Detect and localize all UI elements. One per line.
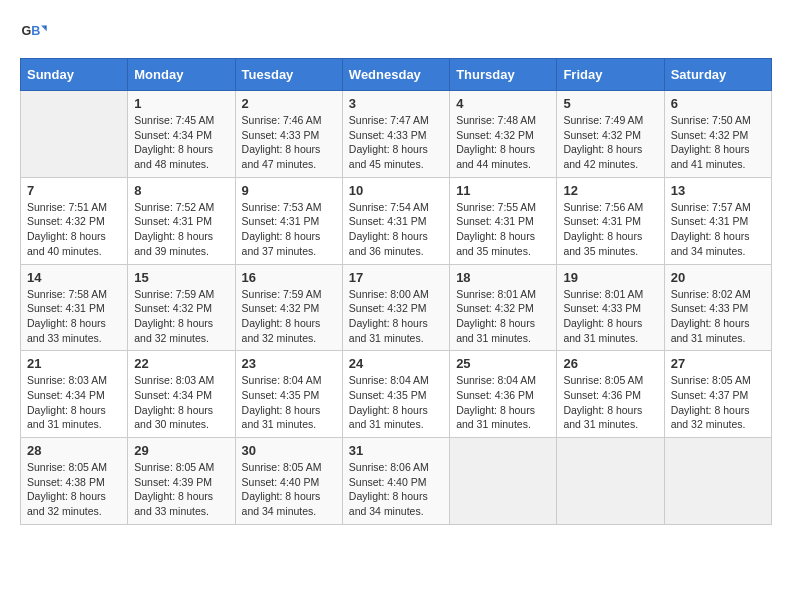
day-number: 5 (563, 96, 657, 111)
calendar-cell: 16Sunrise: 7:59 AM Sunset: 4:32 PM Dayli… (235, 264, 342, 351)
calendar-week-row: 1Sunrise: 7:45 AM Sunset: 4:34 PM Daylig… (21, 91, 772, 178)
calendar-week-row: 21Sunrise: 8:03 AM Sunset: 4:34 PM Dayli… (21, 351, 772, 438)
day-info: Sunrise: 7:46 AM Sunset: 4:33 PM Dayligh… (242, 113, 336, 172)
day-number: 1 (134, 96, 228, 111)
day-number: 4 (456, 96, 550, 111)
day-info: Sunrise: 8:00 AM Sunset: 4:32 PM Dayligh… (349, 287, 443, 346)
calendar-cell: 11Sunrise: 7:55 AM Sunset: 4:31 PM Dayli… (450, 177, 557, 264)
day-info: Sunrise: 7:55 AM Sunset: 4:31 PM Dayligh… (456, 200, 550, 259)
day-info: Sunrise: 8:05 AM Sunset: 4:38 PM Dayligh… (27, 460, 121, 519)
calendar-cell (450, 438, 557, 525)
calendar-cell: 28Sunrise: 8:05 AM Sunset: 4:38 PM Dayli… (21, 438, 128, 525)
day-number: 24 (349, 356, 443, 371)
calendar-week-row: 14Sunrise: 7:58 AM Sunset: 4:31 PM Dayli… (21, 264, 772, 351)
svg-text:B: B (31, 24, 40, 38)
day-number: 27 (671, 356, 765, 371)
calendar-cell: 19Sunrise: 8:01 AM Sunset: 4:33 PM Dayli… (557, 264, 664, 351)
day-info: Sunrise: 7:58 AM Sunset: 4:31 PM Dayligh… (27, 287, 121, 346)
day-info: Sunrise: 7:57 AM Sunset: 4:31 PM Dayligh… (671, 200, 765, 259)
svg-text:G: G (21, 24, 31, 38)
day-number: 30 (242, 443, 336, 458)
day-number: 16 (242, 270, 336, 285)
calendar-header-thursday: Thursday (450, 59, 557, 91)
day-info: Sunrise: 8:04 AM Sunset: 4:35 PM Dayligh… (349, 373, 443, 432)
day-info: Sunrise: 8:05 AM Sunset: 4:40 PM Dayligh… (242, 460, 336, 519)
calendar-cell: 23Sunrise: 8:04 AM Sunset: 4:35 PM Dayli… (235, 351, 342, 438)
day-info: Sunrise: 7:48 AM Sunset: 4:32 PM Dayligh… (456, 113, 550, 172)
calendar-cell: 15Sunrise: 7:59 AM Sunset: 4:32 PM Dayli… (128, 264, 235, 351)
calendar-cell: 4Sunrise: 7:48 AM Sunset: 4:32 PM Daylig… (450, 91, 557, 178)
day-info: Sunrise: 7:52 AM Sunset: 4:31 PM Dayligh… (134, 200, 228, 259)
day-number: 20 (671, 270, 765, 285)
calendar-header-friday: Friday (557, 59, 664, 91)
day-number: 25 (456, 356, 550, 371)
day-info: Sunrise: 8:05 AM Sunset: 4:36 PM Dayligh… (563, 373, 657, 432)
calendar-cell: 30Sunrise: 8:05 AM Sunset: 4:40 PM Dayli… (235, 438, 342, 525)
calendar-header-wednesday: Wednesday (342, 59, 449, 91)
page-header: G B (20, 20, 772, 48)
day-number: 9 (242, 183, 336, 198)
calendar-header-row: SundayMondayTuesdayWednesdayThursdayFrid… (21, 59, 772, 91)
day-number: 14 (27, 270, 121, 285)
day-number: 15 (134, 270, 228, 285)
calendar-cell: 6Sunrise: 7:50 AM Sunset: 4:32 PM Daylig… (664, 91, 771, 178)
calendar-cell: 29Sunrise: 8:05 AM Sunset: 4:39 PM Dayli… (128, 438, 235, 525)
calendar-cell: 24Sunrise: 8:04 AM Sunset: 4:35 PM Dayli… (342, 351, 449, 438)
calendar-cell: 12Sunrise: 7:56 AM Sunset: 4:31 PM Dayli… (557, 177, 664, 264)
day-info: Sunrise: 8:02 AM Sunset: 4:33 PM Dayligh… (671, 287, 765, 346)
calendar-cell: 10Sunrise: 7:54 AM Sunset: 4:31 PM Dayli… (342, 177, 449, 264)
calendar-cell: 18Sunrise: 8:01 AM Sunset: 4:32 PM Dayli… (450, 264, 557, 351)
day-number: 22 (134, 356, 228, 371)
calendar-cell (557, 438, 664, 525)
day-info: Sunrise: 8:03 AM Sunset: 4:34 PM Dayligh… (134, 373, 228, 432)
day-number: 28 (27, 443, 121, 458)
calendar-cell: 5Sunrise: 7:49 AM Sunset: 4:32 PM Daylig… (557, 91, 664, 178)
day-number: 29 (134, 443, 228, 458)
day-info: Sunrise: 7:56 AM Sunset: 4:31 PM Dayligh… (563, 200, 657, 259)
calendar-cell: 3Sunrise: 7:47 AM Sunset: 4:33 PM Daylig… (342, 91, 449, 178)
logo-icon: G B (20, 20, 48, 48)
calendar-cell: 25Sunrise: 8:04 AM Sunset: 4:36 PM Dayli… (450, 351, 557, 438)
calendar-cell: 13Sunrise: 7:57 AM Sunset: 4:31 PM Dayli… (664, 177, 771, 264)
day-info: Sunrise: 7:50 AM Sunset: 4:32 PM Dayligh… (671, 113, 765, 172)
day-info: Sunrise: 8:04 AM Sunset: 4:36 PM Dayligh… (456, 373, 550, 432)
calendar-cell: 9Sunrise: 7:53 AM Sunset: 4:31 PM Daylig… (235, 177, 342, 264)
day-number: 18 (456, 270, 550, 285)
calendar-cell: 22Sunrise: 8:03 AM Sunset: 4:34 PM Dayli… (128, 351, 235, 438)
calendar-cell: 21Sunrise: 8:03 AM Sunset: 4:34 PM Dayli… (21, 351, 128, 438)
day-number: 12 (563, 183, 657, 198)
calendar-cell: 1Sunrise: 7:45 AM Sunset: 4:34 PM Daylig… (128, 91, 235, 178)
day-number: 6 (671, 96, 765, 111)
day-number: 3 (349, 96, 443, 111)
day-number: 17 (349, 270, 443, 285)
calendar-cell: 27Sunrise: 8:05 AM Sunset: 4:37 PM Dayli… (664, 351, 771, 438)
day-info: Sunrise: 8:01 AM Sunset: 4:32 PM Dayligh… (456, 287, 550, 346)
day-number: 7 (27, 183, 121, 198)
day-info: Sunrise: 7:45 AM Sunset: 4:34 PM Dayligh… (134, 113, 228, 172)
calendar-cell: 14Sunrise: 7:58 AM Sunset: 4:31 PM Dayli… (21, 264, 128, 351)
calendar-cell: 2Sunrise: 7:46 AM Sunset: 4:33 PM Daylig… (235, 91, 342, 178)
day-info: Sunrise: 7:59 AM Sunset: 4:32 PM Dayligh… (242, 287, 336, 346)
calendar-week-row: 7Sunrise: 7:51 AM Sunset: 4:32 PM Daylig… (21, 177, 772, 264)
calendar-header-monday: Monday (128, 59, 235, 91)
calendar-table: SundayMondayTuesdayWednesdayThursdayFrid… (20, 58, 772, 525)
calendar-cell: 17Sunrise: 8:00 AM Sunset: 4:32 PM Dayli… (342, 264, 449, 351)
day-info: Sunrise: 7:59 AM Sunset: 4:32 PM Dayligh… (134, 287, 228, 346)
calendar-cell (664, 438, 771, 525)
day-info: Sunrise: 8:01 AM Sunset: 4:33 PM Dayligh… (563, 287, 657, 346)
day-info: Sunrise: 8:04 AM Sunset: 4:35 PM Dayligh… (242, 373, 336, 432)
day-info: Sunrise: 7:54 AM Sunset: 4:31 PM Dayligh… (349, 200, 443, 259)
day-info: Sunrise: 8:05 AM Sunset: 4:39 PM Dayligh… (134, 460, 228, 519)
calendar-cell: 26Sunrise: 8:05 AM Sunset: 4:36 PM Dayli… (557, 351, 664, 438)
day-number: 8 (134, 183, 228, 198)
day-info: Sunrise: 7:51 AM Sunset: 4:32 PM Dayligh… (27, 200, 121, 259)
day-number: 13 (671, 183, 765, 198)
calendar-header-sunday: Sunday (21, 59, 128, 91)
day-info: Sunrise: 8:06 AM Sunset: 4:40 PM Dayligh… (349, 460, 443, 519)
day-info: Sunrise: 8:05 AM Sunset: 4:37 PM Dayligh… (671, 373, 765, 432)
logo: G B (20, 20, 52, 48)
calendar-header-tuesday: Tuesday (235, 59, 342, 91)
calendar-header-saturday: Saturday (664, 59, 771, 91)
calendar-cell: 8Sunrise: 7:52 AM Sunset: 4:31 PM Daylig… (128, 177, 235, 264)
day-number: 11 (456, 183, 550, 198)
